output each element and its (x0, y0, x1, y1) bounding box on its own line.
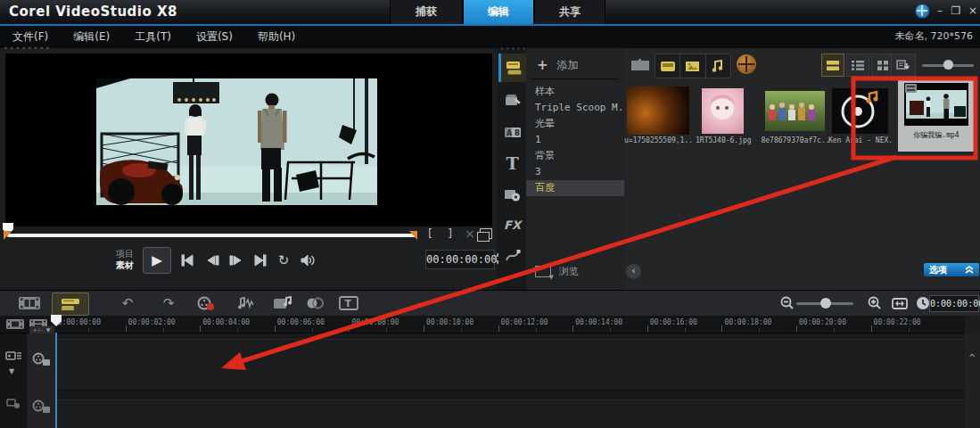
timeline-view-button[interactable] (52, 292, 89, 316)
nav-title-icon[interactable]: T (501, 152, 523, 174)
filter-photo-button[interactable] (680, 54, 705, 78)
media-label-1: u=1750255509,1.. (624, 136, 692, 144)
media-thumb-1[interactable] (627, 86, 689, 135)
folder-item-3[interactable]: 光晕 (526, 116, 624, 132)
preview-scrub-bar[interactable] (7, 234, 417, 237)
video-track-icon[interactable] (32, 352, 51, 367)
ruler-tick (721, 325, 722, 332)
media-thumb-5-selected[interactable]: 你骗我骗.mp4 (898, 78, 975, 152)
previous-frame-button[interactable] (202, 250, 223, 271)
tab-share[interactable]: 共享 (534, 0, 605, 24)
menu-item-2[interactable]: 编辑(E) (61, 26, 122, 48)
timeline-zoom-slider-handle[interactable] (820, 298, 831, 309)
timeline-timecode[interactable]: 0:00:00:00 (929, 295, 979, 312)
menu-bar: 文件(F)编辑(E)工具(T)设置(S)帮助(H) (0, 26, 980, 48)
volume-icon[interactable] (297, 250, 318, 271)
ruler-label-7: 00:00:12:00 (501, 318, 548, 326)
track-manager-bar[interactable]: +/- ▼ (29, 326, 54, 333)
restore-button[interactable]: ❐ (949, 4, 963, 17)
menu-item-4[interactable]: 设置(S) (184, 26, 245, 48)
folder-item-6[interactable]: 3 (526, 164, 624, 180)
nav-motion-path-icon[interactable] (501, 244, 523, 266)
plus-icon: + (537, 57, 548, 73)
next-frame-button[interactable] (226, 250, 247, 271)
split-clip-icon[interactable]: × (465, 226, 475, 241)
video-preview[interactable] (5, 54, 492, 226)
sound-mixer-button[interactable] (230, 292, 260, 314)
undo-button[interactable]: ↶ (112, 292, 143, 314)
mark-out-button[interactable]: ] (448, 226, 452, 240)
sort-button[interactable] (891, 54, 916, 77)
enlarge-preview-icon[interactable] (480, 228, 492, 239)
ruler-label-12: 00:00:22:00 (874, 318, 921, 326)
import-folder-icon[interactable] (631, 59, 649, 70)
subtitle-editor-button[interactable]: T (334, 292, 364, 314)
minimize-button[interactable]: – (933, 4, 947, 17)
help-globe-icon[interactable] (915, 4, 930, 19)
track-toggle-icon-1 (5, 318, 25, 330)
play-button[interactable]: ▶ (143, 247, 171, 274)
project-mode-label[interactable]: 项目 (116, 248, 134, 260)
clip-mode-label[interactable]: 素材 (116, 259, 134, 272)
overlay-track-gutter-icon[interactable] (6, 398, 21, 409)
panel-grip: •••••••• (4, 46, 52, 52)
ruler-tick (126, 325, 127, 332)
ruler-tick (461, 328, 462, 332)
ruler-tick (424, 325, 424, 332)
video-track-row[interactable] (55, 339, 965, 391)
divider (530, 78, 619, 79)
folder-item-7[interactable]: 百度 (526, 180, 624, 196)
media-thumb-4[interactable] (832, 88, 888, 134)
timeline-scrollbar[interactable]: ^ (965, 333, 980, 428)
ruler-label-11: 00:00:20:00 (799, 318, 846, 326)
track-header-column (27, 333, 56, 428)
folder-item-4[interactable]: 1 (526, 132, 624, 148)
tab-edit[interactable]: 编辑 (463, 0, 534, 24)
end-button[interactable] (250, 250, 271, 271)
library-folder-panel: + 添加 样本Triple Scoop M...光晕1背景3百度 浏览 (526, 48, 625, 290)
nav-graphic-icon[interactable] (501, 184, 523, 205)
media-thumb-2[interactable] (702, 88, 744, 134)
motion-tracking-button[interactable] (300, 292, 330, 314)
overlay-track-icon[interactable] (32, 399, 51, 415)
folder-item-2[interactable]: Triple Scoop M... (526, 100, 624, 116)
folder-item-1[interactable]: 样本 (526, 84, 624, 100)
auto-music-button[interactable] (268, 292, 298, 314)
preview-timecode[interactable]: 00:00:00:00 (425, 250, 495, 269)
nav-transition-icon[interactable]: AB (501, 121, 523, 143)
timeline-ruler[interactable]: 00:00:00:0000:00:02:0000:00:04:0000:00:0… (0, 316, 965, 333)
menu-item-3[interactable]: 工具(T) (122, 26, 184, 48)
trim-end-handle[interactable] (409, 231, 417, 240)
menu-item-5[interactable]: 帮助(H) (245, 26, 308, 48)
browse-button[interactable]: 浏览 (535, 265, 579, 278)
nav-filter-fx-icon[interactable]: FX (501, 214, 523, 235)
view-thumbnail-button[interactable] (821, 54, 844, 77)
record-capture-button[interactable] (191, 292, 221, 314)
filter-audio-button[interactable] (706, 54, 730, 78)
ruler-label-2: 00:00:02:00 (128, 318, 176, 326)
scroll-up-arrow[interactable]: ^ (968, 353, 976, 363)
nav-instant-project-icon[interactable] (501, 89, 523, 111)
home-button[interactable] (177, 250, 198, 271)
filter-video-button[interactable] (655, 54, 680, 78)
storyboard-view-button[interactable] (14, 292, 45, 314)
folder-item-5[interactable]: 背景 (526, 148, 624, 164)
view-list-button[interactable] (846, 54, 869, 77)
nav-media-icon[interactable] (498, 54, 526, 82)
close-button[interactable]: × (966, 4, 980, 17)
overlay-track-row[interactable] (55, 399, 965, 428)
tab-capture[interactable]: 捕获 (390, 0, 463, 24)
mark-in-button[interactable]: [ (428, 226, 432, 240)
video-track-ribbon-icon[interactable] (5, 350, 22, 363)
redo-button[interactable]: ↷ (153, 292, 184, 314)
trim-start-handle[interactable] (4, 231, 12, 240)
stock-media-icon[interactable] (737, 54, 756, 74)
ruler-tick (200, 325, 201, 332)
track-dropdown-arrow[interactable]: ▼ (9, 367, 14, 375)
gallery-scroll-left-button[interactable]: ‹ (626, 264, 641, 279)
repeat-button[interactable]: ↻ (273, 250, 294, 271)
thumbnail-size-slider-handle[interactable] (943, 60, 953, 70)
media-thumb-3[interactable] (765, 91, 825, 131)
options-bar[interactable]: 选项 (924, 263, 979, 276)
add-folder-button[interactable]: + 添加 (537, 57, 579, 73)
